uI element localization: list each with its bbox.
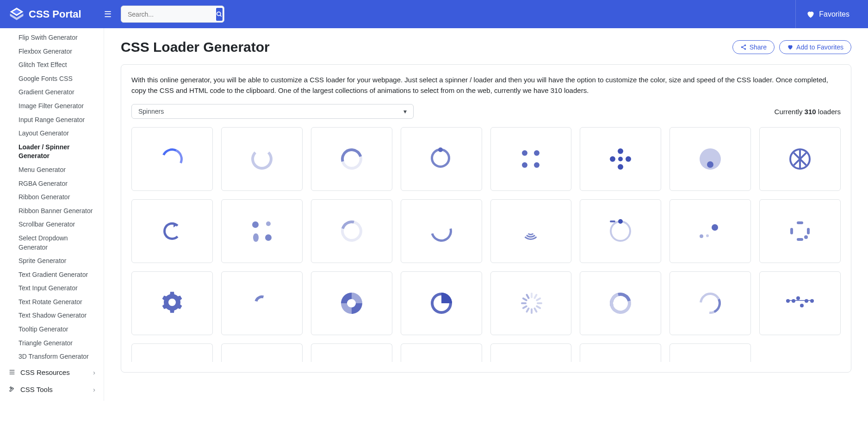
loader-card[interactable] bbox=[401, 271, 482, 335]
loader-card[interactable] bbox=[759, 199, 841, 263]
svg-line-8 bbox=[742, 46, 744, 47]
search-button[interactable] bbox=[215, 7, 223, 22]
sidebar: Flip Swith GeneratorFlexbox GeneratorGli… bbox=[0, 28, 104, 401]
loader-card[interactable] bbox=[401, 127, 482, 191]
brand-name: CSS Portal bbox=[29, 8, 81, 20]
heart-icon bbox=[787, 44, 794, 50]
favorites-label: Favorites bbox=[819, 10, 849, 18]
sidebar-item[interactable]: Google Fonts CSS bbox=[0, 72, 104, 86]
loader-card[interactable] bbox=[311, 127, 392, 191]
svg-line-1 bbox=[220, 15, 222, 16]
loader-card[interactable] bbox=[131, 127, 213, 191]
page-title: CSS Loader Generator bbox=[121, 39, 270, 55]
chevron-right-icon: › bbox=[93, 386, 95, 393]
section-label: CSS Resources bbox=[20, 368, 70, 376]
loader-card[interactable] bbox=[221, 127, 303, 191]
loader-card[interactable] bbox=[580, 271, 661, 335]
intro-text: With this online generator, you will be … bbox=[131, 75, 841, 96]
sidebar-item[interactable]: Text Input Generator bbox=[0, 282, 104, 295]
chevron-right-icon: › bbox=[93, 368, 95, 376]
loader-card[interactable] bbox=[759, 127, 841, 191]
loader-card[interactable] bbox=[401, 343, 482, 362]
generator-panel: With this online generator, you will be … bbox=[121, 64, 851, 373]
sidebar-item[interactable]: Ribbon Generator bbox=[0, 190, 104, 204]
sidebar-item[interactable]: Triangle Generator bbox=[0, 337, 104, 350]
sidebar-item[interactable]: Text Shadow Generator bbox=[0, 309, 104, 323]
sidebar-section-resources[interactable]: CSS Resources › bbox=[0, 364, 104, 381]
loader-card[interactable] bbox=[131, 199, 213, 263]
share-icon bbox=[740, 44, 747, 50]
share-button[interactable]: Share bbox=[732, 40, 775, 54]
loader-card[interactable] bbox=[580, 127, 661, 191]
sidebar-item[interactable]: Text Rotate Generator bbox=[0, 295, 104, 309]
sidebar-item[interactable]: Gradient Generator bbox=[0, 86, 104, 99]
loader-card[interactable] bbox=[311, 199, 392, 263]
loader-card[interactable] bbox=[490, 343, 572, 362]
loader-card[interactable] bbox=[401, 199, 482, 263]
search-input[interactable] bbox=[121, 11, 215, 18]
loader-count: Currently 310 loaders bbox=[775, 108, 841, 116]
sidebar-item[interactable]: Image Filter Generator bbox=[0, 99, 104, 113]
loader-card[interactable] bbox=[490, 127, 572, 191]
sidebar-section-tools[interactable]: CSS Tools › bbox=[0, 381, 104, 398]
loader-card[interactable] bbox=[221, 343, 303, 362]
loader-card[interactable] bbox=[131, 343, 213, 362]
loader-card[interactable] bbox=[580, 343, 661, 362]
sidebar-item[interactable]: Sprite Generator bbox=[0, 254, 104, 268]
list-icon bbox=[8, 368, 16, 376]
section-label: CSS Tools bbox=[20, 386, 53, 393]
brand-logo[interactable]: CSS Portal bbox=[8, 6, 104, 23]
category-dropdown[interactable]: Spinners ▾ bbox=[131, 104, 414, 119]
sidebar-item[interactable]: 3D Transform Generator bbox=[0, 350, 104, 364]
loader-grid bbox=[131, 127, 841, 362]
sidebar-item[interactable]: Ribbon Banner Generator bbox=[0, 204, 104, 218]
tools-icon bbox=[8, 386, 16, 393]
search-icon bbox=[216, 11, 223, 18]
sidebar-item[interactable]: Loader / Spinner Generator bbox=[0, 141, 104, 163]
chevron-down-icon: ▾ bbox=[403, 108, 407, 115]
sidebar-item[interactable]: Glitch Text Effect bbox=[0, 58, 104, 72]
loader-card[interactable] bbox=[490, 271, 572, 335]
sidebar-item[interactable]: Menu Generator bbox=[0, 163, 104, 177]
loader-card[interactable] bbox=[131, 271, 213, 335]
loader-card[interactable] bbox=[670, 271, 751, 335]
logo-icon bbox=[8, 6, 25, 23]
loader-card[interactable] bbox=[670, 199, 751, 263]
sidebar-item[interactable]: Select Dropdown Generator bbox=[0, 232, 104, 254]
sidebar-item[interactable]: Scrollbar Generator bbox=[0, 218, 104, 232]
sidebar-item[interactable]: Tooltip Generator bbox=[0, 323, 104, 337]
sidebar-item[interactable]: Flexbox Generator bbox=[0, 45, 104, 59]
dropdown-value: Spinners bbox=[138, 108, 164, 115]
svg-point-0 bbox=[217, 12, 221, 15]
loader-card[interactable] bbox=[311, 343, 392, 362]
sidebar-item[interactable]: Flip Swith Generator bbox=[0, 31, 104, 45]
loader-card[interactable] bbox=[670, 343, 751, 362]
sidebar-item[interactable]: RGBA Generator bbox=[0, 177, 104, 191]
loader-card[interactable] bbox=[221, 271, 303, 335]
add-fav-label: Add to Favorites bbox=[796, 43, 843, 51]
add-favorites-button[interactable]: Add to Favorites bbox=[779, 40, 851, 54]
sidebar-item[interactable]: Layout Generator bbox=[0, 127, 104, 141]
loader-card[interactable] bbox=[670, 127, 751, 191]
loader-card[interactable] bbox=[759, 271, 841, 335]
svg-line-9 bbox=[742, 48, 744, 49]
share-label: Share bbox=[750, 43, 767, 51]
search-box bbox=[121, 6, 224, 23]
loader-card[interactable] bbox=[490, 199, 572, 263]
loader-card[interactable] bbox=[221, 199, 303, 263]
favorites-link[interactable]: Favorites bbox=[795, 0, 860, 28]
menu-toggle-icon[interactable]: ☰ bbox=[104, 9, 112, 19]
sidebar-item[interactable]: Input Range Generator bbox=[0, 113, 104, 127]
heart-icon bbox=[806, 10, 815, 19]
loader-card[interactable] bbox=[580, 199, 661, 263]
sidebar-item[interactable]: Text Gradient Generator bbox=[0, 268, 104, 282]
loader-card[interactable] bbox=[311, 271, 392, 335]
